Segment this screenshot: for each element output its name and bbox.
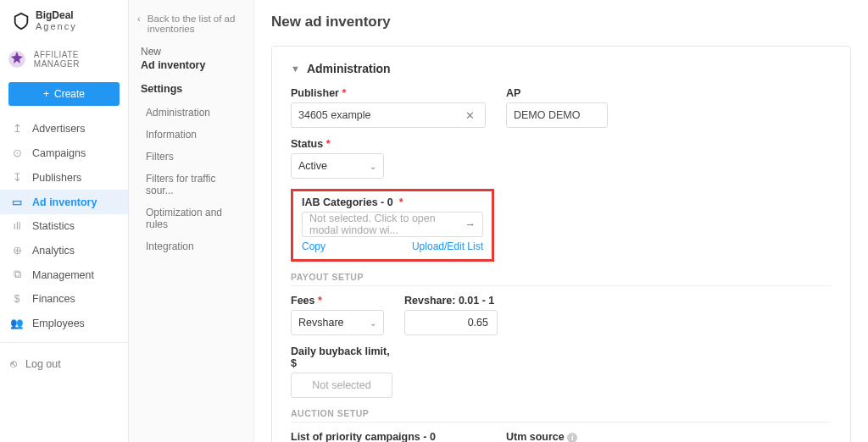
ap-input[interactable]: DEMO DEMO bbox=[506, 102, 608, 128]
main-content: New ad inventory ▼ Administration Publis… bbox=[254, 0, 868, 442]
secnav-section-head: Settings bbox=[129, 80, 253, 98]
fees-select[interactable]: Revshare ⌄ bbox=[291, 310, 384, 335]
publisher-label: Publisher bbox=[291, 87, 339, 99]
iab-highlight-box: IAB Categories - 0 * Not selected. Click… bbox=[291, 189, 494, 262]
plus-icon: + bbox=[43, 88, 49, 100]
stats-icon: ıll bbox=[10, 220, 24, 232]
secnav-title: Ad inventory bbox=[129, 59, 253, 80]
iab-copy-link[interactable]: Copy bbox=[302, 240, 326, 252]
download-icon: ↧ bbox=[10, 171, 24, 184]
nav-campaigns[interactable]: ⊙Campaigns bbox=[0, 141, 128, 165]
clear-publisher-icon[interactable]: ✕ bbox=[462, 109, 478, 122]
nav-publishers[interactable]: ↧Publishers bbox=[0, 165, 128, 190]
management-icon: ⧉ bbox=[10, 268, 24, 281]
nav-analytics[interactable]: ⊕Analytics bbox=[0, 238, 128, 262]
revshare-input[interactable]: 0.65 bbox=[404, 310, 498, 335]
dollar-icon: $ bbox=[10, 293, 24, 305]
utm-label: Utm source i bbox=[506, 431, 659, 442]
inventory-icon: ▭ bbox=[10, 196, 24, 208]
auction-section-header: AUCTION SETUP bbox=[291, 408, 832, 423]
brand-name-2: Agency bbox=[36, 21, 77, 31]
affiliate-icon bbox=[7, 48, 27, 70]
nav-divider bbox=[0, 342, 128, 343]
analytics-icon: ⊕ bbox=[10, 244, 24, 257]
create-button[interactable]: + Create bbox=[8, 82, 120, 106]
card-header: ▼ Administration bbox=[291, 62, 832, 75]
brand-name-1: BigDeal bbox=[36, 10, 77, 21]
upload-icon: ↥ bbox=[10, 122, 24, 135]
brand-logo: BigDeal Agency bbox=[0, 0, 128, 41]
secnav-optimization[interactable]: Optimization and rules bbox=[129, 202, 253, 235]
nav-employees[interactable]: 👥Employees bbox=[0, 311, 128, 335]
priority-label: List of priority campaigns - 0 bbox=[291, 431, 486, 442]
revshare-label: Revshare: 0.01 - 1 bbox=[404, 295, 498, 307]
nav-finances[interactable]: $Finances bbox=[0, 287, 128, 311]
administration-card: ▼ Administration Publisher * 34605 examp… bbox=[271, 46, 851, 442]
fees-label: Fees bbox=[291, 295, 315, 307]
main-sidebar: BigDeal Agency AFFILIATE MANAGER + Creat… bbox=[0, 0, 129, 442]
arrow-right-icon: → bbox=[465, 218, 476, 230]
iab-upload-link[interactable]: Upload/Edit List bbox=[412, 240, 483, 252]
status-select[interactable]: Active ⌄ bbox=[291, 153, 384, 179]
iab-input[interactable]: Not selected. Click to open modal window… bbox=[302, 212, 483, 237]
secnav-integration[interactable]: Integration bbox=[129, 235, 253, 257]
nav-list: ↥Advertisers ⊙Campaigns ↧Publishers ▭Ad … bbox=[0, 116, 128, 335]
ap-label: AP bbox=[506, 87, 608, 99]
secnav-administration[interactable]: Administration bbox=[129, 102, 253, 124]
iab-label: IAB Categories - 0 bbox=[302, 196, 393, 208]
chevron-down-icon: ⌄ bbox=[370, 318, 376, 328]
payout-section-header: PAYOUT SETUP bbox=[291, 272, 832, 286]
logo-icon bbox=[12, 12, 31, 30]
publisher-input[interactable]: 34605 example ✕ bbox=[291, 102, 486, 128]
secondary-nav: ‹ Back to the list of ad inventories New… bbox=[129, 0, 254, 442]
logout-button[interactable]: ⎋ Log out bbox=[0, 351, 128, 377]
daily-buyback-input[interactable]: Not selected bbox=[291, 373, 392, 398]
status-label: Status bbox=[291, 138, 323, 150]
back-link[interactable]: ‹ Back to the list of ad inventories bbox=[129, 8, 253, 46]
people-icon: 👥 bbox=[10, 317, 24, 329]
info-icon[interactable]: i bbox=[567, 433, 577, 442]
role-badge: AFFILIATE MANAGER bbox=[0, 41, 128, 77]
secnav-information[interactable]: Information bbox=[129, 124, 253, 146]
chevron-down-icon: ⌄ bbox=[370, 162, 376, 171]
collapse-icon[interactable]: ▼ bbox=[291, 64, 300, 74]
nav-management[interactable]: ⧉Management bbox=[0, 262, 128, 287]
daily-buyback-label: Daily buyback limit, $ bbox=[291, 345, 392, 369]
logout-icon: ⎋ bbox=[10, 358, 17, 370]
secnav-filters[interactable]: Filters bbox=[129, 146, 253, 168]
nav-statistics[interactable]: ıllStatistics bbox=[0, 214, 128, 238]
nav-advertisers[interactable]: ↥Advertisers bbox=[0, 116, 128, 141]
nav-ad-inventory[interactable]: ▭Ad inventory bbox=[0, 190, 128, 214]
page-title: New ad inventory bbox=[271, 14, 851, 30]
chevron-left-icon: ‹ bbox=[137, 14, 141, 24]
secnav-filters-traffic[interactable]: Filters for traffic sour... bbox=[129, 168, 253, 202]
target-icon: ⊙ bbox=[10, 146, 24, 159]
secnav-new-label: New bbox=[129, 46, 253, 58]
